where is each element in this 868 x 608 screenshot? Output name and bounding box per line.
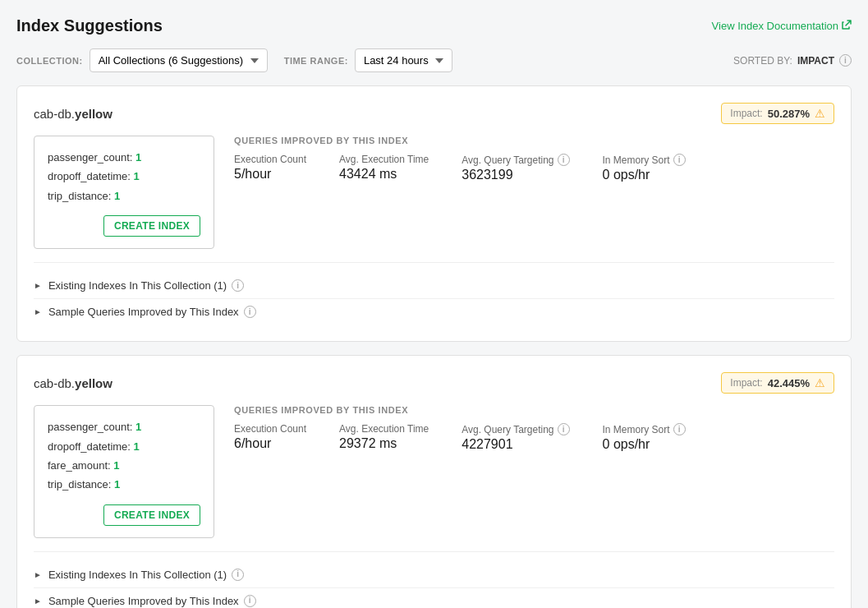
expand-label: Sample Queries Improved by This Index i	[48, 595, 256, 607]
field-name: trip_distance:	[48, 190, 114, 202]
metric-3: In Memory Sorti0 ops/hr	[603, 423, 686, 452]
chevron-right-icon: ►	[34, 281, 42, 290]
metric-2: Avg. Query Targetingi3623199	[462, 154, 569, 182]
impact-value: 42.445%	[768, 377, 810, 389]
index-field: passenger_count: 1	[48, 417, 200, 436]
metric-value: 43424 ms	[339, 167, 429, 182]
expand-label-text: Sample Queries Improved by This Index	[48, 306, 239, 318]
metric-1: Avg. Execution Time29372 ms	[339, 423, 429, 451]
view-docs-text: View Index Documentation	[712, 20, 838, 32]
suggestion-card-1: cab-db.yellow Impact: 50.287% ⚠ passenge…	[16, 85, 852, 342]
collection-select[interactable]: All Collections (6 Suggestions)	[90, 48, 268, 72]
index-box: passenger_count: 1dropoff_datetime: 1far…	[34, 405, 214, 538]
field-name: trip_distance:	[48, 478, 114, 491]
expand-label: Sample Queries Improved by This Index i	[48, 306, 256, 318]
queries-section-title: QUERIES IMPROVED BY THIS INDEX	[234, 136, 834, 145]
page-title: Index Suggestions	[16, 16, 163, 35]
expand-label-text: Existing Indexes In This Collection (1)	[48, 279, 227, 292]
metric-1: Avg. Execution Time43424 ms	[339, 154, 429, 182]
metric-label: In Memory Sorti	[603, 423, 686, 435]
field-name: passenger_count:	[48, 151, 135, 164]
metric-0: Execution Count6/hour	[234, 423, 306, 451]
field-name: fare_amount:	[48, 459, 113, 472]
queries-section-title: QUERIES IMPROVED BY THIS INDEX	[234, 405, 834, 415]
metric-info-icon[interactable]: i	[673, 154, 686, 166]
sorted-by-group: SORTED BY: IMPACT i	[733, 54, 852, 67]
view-docs-link[interactable]: View Index Documentation	[712, 20, 852, 32]
card-header-row: cab-db.yellow Impact: 42.445% ⚠	[34, 372, 834, 394]
metric-label: Execution Count	[234, 423, 306, 435]
time-range-select[interactable]: Last 24 hoursLast 7 daysLast 30 days	[355, 48, 452, 72]
impact-label: Impact:	[730, 108, 762, 119]
card-header-row: cab-db.yellow Impact: 50.287% ⚠	[34, 103, 834, 124]
card-footer: ► Existing Indexes In This Collection (1…	[34, 551, 834, 608]
metric-label: Avg. Query Targetingi	[462, 423, 569, 435]
expand-label-text: Existing Indexes In This Collection (1)	[48, 569, 227, 581]
expand-info-icon[interactable]: i	[232, 279, 244, 292]
field-name: dropoff_datetime:	[48, 440, 134, 453]
field-name: passenger_count:	[48, 421, 135, 433]
metric-info-icon[interactable]: i	[558, 423, 570, 435]
filters-row: COLLECTION: All Collections (6 Suggestio…	[16, 48, 852, 72]
create-index-button[interactable]: CREATE INDEX	[103, 215, 200, 237]
metric-value: 0 ops/hr	[603, 437, 686, 452]
index-field: fare_amount: 1	[48, 456, 200, 475]
metric-info-icon[interactable]: i	[558, 154, 570, 166]
create-index-button[interactable]: CREATE INDEX	[103, 504, 200, 526]
chevron-right-icon: ►	[34, 307, 42, 316]
metric-3: In Memory Sorti0 ops/hr	[603, 154, 686, 182]
sorted-by-info-icon[interactable]: i	[839, 54, 852, 67]
impact-label: Impact:	[730, 377, 762, 389]
index-field: passenger_count: 1	[48, 148, 200, 167]
warning-icon: ⚠	[815, 107, 825, 120]
metric-label: Avg. Execution Time	[339, 154, 429, 165]
field-value: 1	[135, 421, 141, 433]
metric-2: Avg. Query Targetingi4227901	[462, 423, 569, 452]
metric-value: 4227901	[462, 437, 569, 452]
expand-info-icon[interactable]: i	[244, 595, 256, 607]
metric-value: 3623199	[462, 168, 569, 182]
external-link-icon	[842, 20, 852, 32]
expand-row-0[interactable]: ► Existing Indexes In This Collection (1…	[34, 562, 834, 588]
collection-filter-group: COLLECTION: All Collections (6 Suggestio…	[16, 48, 268, 72]
collection-label: COLLECTION:	[16, 56, 83, 66]
chevron-right-icon: ►	[34, 570, 42, 579]
field-value: 1	[134, 440, 140, 453]
cards-container: cab-db.yellow Impact: 50.287% ⚠ passenge…	[16, 85, 852, 608]
field-value: 1	[114, 190, 120, 202]
metric-label: Avg. Query Targetingi	[462, 154, 569, 166]
impact-badge: Impact: 50.287% ⚠	[721, 103, 834, 124]
metric-value: 0 ops/hr	[603, 168, 686, 182]
queries-section: QUERIES IMPROVED BY THIS INDEXExecution …	[234, 405, 834, 452]
impact-badge: Impact: 42.445% ⚠	[721, 372, 834, 394]
collection-name: cab-db.yellow	[34, 107, 113, 121]
expand-row-0[interactable]: ► Existing Indexes In This Collection (1…	[34, 273, 834, 299]
metric-label: In Memory Sorti	[603, 154, 686, 166]
expand-row-1[interactable]: ► Sample Queries Improved by This Index …	[34, 299, 834, 325]
card-body: passenger_count: 1dropoff_datetime: 1tri…	[34, 136, 834, 249]
expand-label: Existing Indexes In This Collection (1) …	[48, 279, 244, 292]
metric-label: Execution Count	[234, 154, 306, 165]
warning-icon: ⚠	[815, 376, 825, 389]
metric-info-icon[interactable]: i	[673, 423, 686, 435]
suggestion-card-2: cab-db.yellow Impact: 42.445% ⚠ passenge…	[16, 355, 852, 608]
metrics-row: Execution Count5/hourAvg. Execution Time…	[234, 154, 834, 182]
expand-label-text: Sample Queries Improved by This Index	[48, 595, 239, 607]
time-range-label: TIME RANGE:	[284, 56, 348, 66]
field-value: 1	[113, 459, 119, 472]
index-field: dropoff_datetime: 1	[48, 167, 200, 186]
collection-name: cab-db.yellow	[34, 376, 113, 390]
metric-0: Execution Count5/hour	[234, 154, 306, 182]
expand-info-icon[interactable]: i	[244, 306, 256, 318]
expand-info-icon[interactable]: i	[232, 569, 244, 581]
index-field: trip_distance: 1	[48, 187, 200, 205]
card-footer: ► Existing Indexes In This Collection (1…	[34, 262, 834, 325]
field-value: 1	[114, 478, 120, 491]
time-range-filter-group: TIME RANGE: Last 24 hoursLast 7 daysLast…	[284, 48, 452, 72]
chevron-right-icon: ►	[34, 596, 42, 606]
metrics-row: Execution Count6/hourAvg. Execution Time…	[234, 423, 834, 452]
metric-value: 6/hour	[234, 436, 306, 451]
expand-row-1[interactable]: ► Sample Queries Improved by This Index …	[34, 588, 834, 608]
expand-label: Existing Indexes In This Collection (1) …	[48, 569, 244, 581]
index-box: passenger_count: 1dropoff_datetime: 1tri…	[34, 136, 214, 249]
